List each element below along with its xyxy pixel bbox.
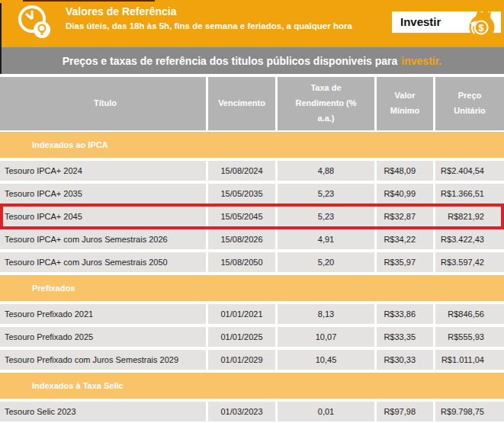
row-valor-minimo: R$40,99 — [377, 184, 433, 203]
invest-link[interactable]: investir. — [401, 55, 441, 67]
row-vencimento: 01/01/2029 — [208, 350, 275, 370]
row-preco-unitario: R$1.011,04 — [435, 350, 504, 370]
row-taxa: 5,23 — [278, 207, 374, 226]
row-vencimento: 01/01/2025 — [208, 327, 275, 347]
row-valor-minimo: R$34,22 — [377, 229, 433, 249]
subheader-bar: Preços e taxas de referência dos titulos… — [0, 47, 504, 74]
table-row: Tesouro Prefixado 2025 01/01/2025 10,07 … — [0, 327, 504, 347]
row-valor-minimo: R$33,35 — [377, 327, 433, 347]
row-taxa: 0,01 — [278, 402, 374, 421]
row-taxa: 8,13 — [278, 304, 374, 324]
table-header-row: Título Vencimento Taxa de Rendimento (% … — [0, 77, 504, 130]
invest-button-area: Investir $ — [392, 11, 501, 33]
row-vencimento: 15/08/2050 — [208, 252, 275, 272]
row-preco-unitario: R$821,92 — [435, 207, 504, 226]
row-titulo: Tesouro IPCA+ 2035 — [0, 184, 206, 203]
banner-title: Valores de Referência — [66, 5, 384, 18]
row-taxa: 4,91 — [278, 229, 374, 249]
section-header-selic: Indexados à Taxa Selic — [0, 373, 504, 399]
row-titulo: Tesouro Selic 2023 — [0, 402, 206, 421]
section-header-prefixados: Prefixados — [0, 275, 504, 301]
col-header-taxa: Taxa de Rendimento (% a.a.) — [278, 77, 374, 130]
table-row: Tesouro Selic 2023 01/03/2023 0,01 R$97,… — [0, 402, 504, 421]
header-banner: Valores de Referência Dias úteis, das 18… — [0, 0, 504, 47]
row-preco-unitario: R$9.798,75 — [435, 402, 504, 421]
row-preco-unitario: R$3.597,42 — [435, 252, 504, 272]
row-vencimento: 01/03/2023 — [208, 402, 275, 421]
col-header-vencimento: Vencimento — [208, 77, 275, 130]
left-edge-border — [0, 3, 2, 74]
row-preco-unitario: R$2.404,54 — [435, 161, 504, 181]
row-taxa: 5,20 — [278, 252, 374, 272]
row-preco-unitario: R$3.422,43 — [435, 229, 504, 249]
row-valor-minimo: R$35,97 — [377, 252, 433, 272]
row-vencimento: 15/08/2024 — [208, 161, 275, 181]
svg-text:$: $ — [478, 22, 484, 34]
money-bag-dollar-icon: $ — [464, 5, 500, 44]
row-taxa: 10,07 — [278, 327, 374, 347]
row-valor-minimo: R$32,87 — [377, 207, 433, 226]
row-taxa: 10,45 — [278, 350, 374, 370]
table-row: Tesouro IPCA+ 2024 15/08/2024 4,88 R$48,… — [0, 161, 504, 181]
row-vencimento: 15/08/2026 — [208, 229, 275, 249]
row-taxa: 5,23 — [278, 184, 374, 203]
table-row: Tesouro IPCA+ com Juros Semestrais 2026 … — [0, 229, 504, 249]
row-valor-minimo: R$97,98 — [377, 402, 433, 421]
row-titulo: Tesouro IPCA+ 2045 — [0, 207, 206, 226]
col-header-valor-minimo: Valor Mínimo — [377, 77, 433, 130]
row-vencimento: 15/05/2045 — [208, 207, 275, 226]
col-header-titulo: Título — [0, 77, 206, 130]
row-vencimento: 15/05/2035 — [208, 184, 275, 203]
tesouro-direto-reference-panel: Valores de Referência Dias úteis, das 18… — [0, 0, 504, 423]
bonds-table: Título Vencimento Taxa de Rendimento (% … — [0, 77, 504, 423]
row-titulo: Tesouro IPCA+ com Juros Semestrais 2026 — [0, 229, 206, 249]
clock-lightbulb-icon — [15, 3, 58, 49]
banner-subtitle: Dias úteis, das 18h às 5h, fins de seman… — [66, 20, 384, 34]
table-row-highlighted: Tesouro IPCA+ 2045 15/05/2045 5,23 R$32,… — [0, 207, 504, 226]
banner-text-block: Valores de Referência Dias úteis, das 18… — [66, 5, 384, 34]
row-preco-unitario: R$1.366,51 — [435, 184, 504, 203]
col-header-preco-unitario: Preço Unitário — [435, 77, 504, 130]
row-titulo: Tesouro Prefixado 2021 — [0, 304, 206, 324]
table-row: Tesouro Prefixado com Juros Semestrais 2… — [0, 350, 504, 370]
row-vencimento: 01/01/2021 — [208, 304, 275, 324]
row-preco-unitario: R$555,93 — [435, 327, 504, 347]
row-valor-minimo: R$33,86 — [377, 304, 433, 324]
row-titulo: Tesouro Prefixado com Juros Semestrais 2… — [0, 350, 206, 370]
table-row: Tesouro IPCA+ com Juros Semestrais 2050 … — [0, 252, 504, 272]
subheader-text: Preços e taxas de referência dos titulos… — [63, 55, 398, 67]
row-taxa: 4,88 — [278, 161, 374, 181]
row-valor-minimo: R$48,09 — [377, 161, 433, 181]
row-valor-minimo: R$30,33 — [377, 350, 433, 370]
table-row: Tesouro IPCA+ 2035 15/05/2035 5,23 R$40,… — [0, 184, 504, 203]
section-header-ipca: Indexados ao IPCA — [0, 132, 504, 158]
row-titulo: Tesouro IPCA+ com Juros Semestrais 2050 — [0, 252, 206, 272]
top-edge-artifact — [23, 0, 155, 2]
table-row: Tesouro Prefixado 2021 01/01/2021 8,13 R… — [0, 304, 504, 324]
row-titulo: Tesouro Prefixado 2025 — [0, 327, 206, 347]
row-titulo: Tesouro IPCA+ 2024 — [0, 161, 206, 181]
row-preco-unitario: R$846,56 — [435, 304, 504, 324]
